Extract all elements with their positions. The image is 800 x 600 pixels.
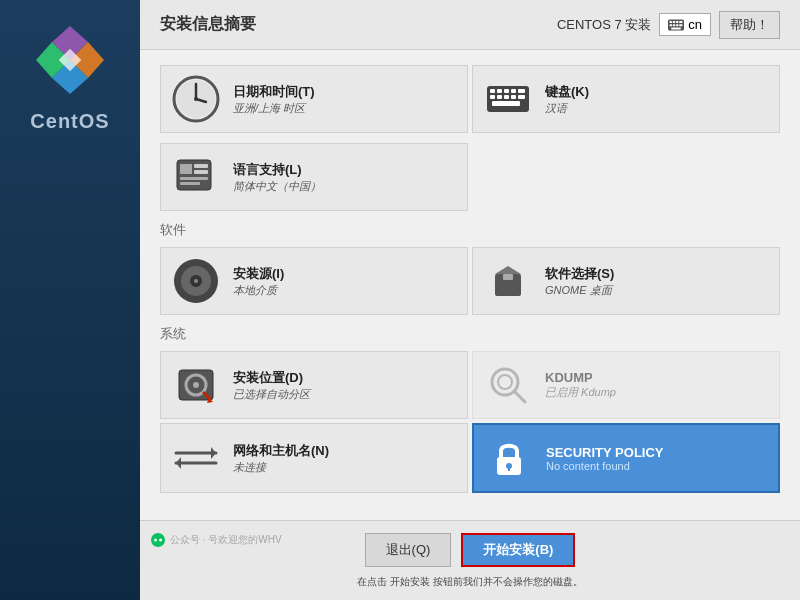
datetime-icon [171, 74, 221, 124]
security-policy-subtitle: No content found [546, 460, 664, 472]
install-dest-subtitle: 已选择自动分区 [233, 387, 310, 402]
wechat-icon [150, 532, 166, 548]
brand-label: CentOS [30, 110, 109, 133]
software-select-subtitle: GNOME 桌面 [545, 283, 614, 298]
language-placeholder [472, 143, 780, 211]
language-item[interactable]: 语言支持(L) 简体中文（中国） [160, 143, 468, 211]
settings-scroll-area[interactable]: 日期和时间(T) 亚洲/上海 时区 [140, 50, 800, 520]
svg-rect-28 [504, 95, 509, 99]
svg-rect-29 [511, 95, 516, 99]
language-subtitle: 简体中文（中国） [233, 179, 321, 194]
svg-rect-7 [673, 21, 675, 23]
svg-point-60 [151, 533, 165, 547]
network-title: 网络和主机名(N) [233, 442, 329, 460]
svg-rect-13 [679, 24, 682, 26]
svg-rect-24 [511, 89, 516, 93]
page-title: 安装信息摘要 [160, 14, 256, 35]
localization-grid: 日期和时间(T) 亚洲/上海 时区 [160, 65, 780, 133]
svg-rect-14 [671, 27, 681, 29]
software-select-icon [483, 256, 533, 306]
datetime-item[interactable]: 日期和时间(T) 亚洲/上海 时区 [160, 65, 468, 133]
network-text: 网络和主机名(N) 未连接 [233, 442, 329, 475]
language-title: 语言支持(L) [233, 161, 321, 179]
network-subtitle: 未连接 [233, 460, 329, 475]
svg-point-61 [154, 539, 157, 542]
datetime-text: 日期和时间(T) 亚洲/上海 时区 [233, 83, 315, 116]
svg-rect-30 [518, 95, 525, 99]
svg-rect-8 [676, 21, 678, 23]
svg-point-47 [193, 382, 199, 388]
install-source-title: 安装源(I) [233, 265, 284, 283]
install-dest-item[interactable]: 安装位置(D) 已选择自动分区 [160, 351, 468, 419]
watermark: 公众号 · 号欢迎您的WHV [150, 532, 282, 548]
top-right-controls: CENTOS 7 安装 cn 帮助！ [557, 11, 780, 39]
bottom-buttons: 退出(Q) 开始安装(B) [365, 533, 576, 567]
install-source-item[interactable]: 安装源(I) 本地介质 [160, 247, 468, 315]
software-select-item[interactable]: 软件选择(S) GNOME 桌面 [472, 247, 780, 315]
install-source-icon [171, 256, 221, 306]
svg-point-62 [159, 539, 162, 542]
centos-version-label: CENTOS 7 安装 [557, 16, 651, 34]
bottom-note: 在点击 开始安装 按钮前我们并不会操作您的磁盘。 [357, 575, 583, 589]
install-source-subtitle: 本地介质 [233, 283, 284, 298]
svg-rect-11 [673, 24, 675, 26]
svg-rect-10 [670, 24, 672, 26]
svg-rect-31 [492, 101, 520, 106]
svg-rect-6 [670, 21, 672, 23]
software-grid: 安装源(I) 本地介质 软件选择(S) GNOME 桌面 [160, 247, 780, 315]
keyboard-icon [668, 19, 684, 31]
svg-rect-34 [194, 164, 208, 168]
svg-marker-54 [211, 447, 216, 459]
sidebar: CentOS [0, 0, 140, 600]
keyboard-item[interactable]: 键盘(K) 汉语 [472, 65, 780, 133]
svg-rect-26 [490, 95, 495, 99]
system-section-label: 系统 [160, 325, 780, 343]
datetime-subtitle: 亚洲/上海 时区 [233, 101, 315, 116]
main-content: 安装信息摘要 CENTOS 7 安装 cn 帮助 [140, 0, 800, 600]
start-install-button[interactable]: 开始安装(B) [461, 533, 575, 567]
help-button[interactable]: 帮助！ [719, 11, 780, 39]
svg-rect-25 [518, 89, 525, 93]
language-item-icon [171, 152, 221, 202]
svg-rect-22 [497, 89, 502, 93]
language-grid: 语言支持(L) 简体中文（中国） [160, 143, 780, 211]
install-dest-title: 安装位置(D) [233, 369, 310, 387]
install-dest-icon [171, 360, 221, 410]
keyboard-text: 键盘(K) 汉语 [545, 83, 589, 116]
svg-line-52 [514, 391, 525, 402]
keyboard-subtitle: 汉语 [545, 101, 589, 116]
svg-rect-23 [504, 89, 509, 93]
svg-rect-37 [180, 182, 200, 185]
svg-point-41 [194, 279, 198, 283]
security-policy-text: SECURITY POLICY No content found [546, 445, 664, 472]
security-policy-icon [484, 433, 534, 483]
keyboard-title: 键盘(K) [545, 83, 589, 101]
centos-logo-icon [30, 20, 110, 100]
keyboard-item-icon [483, 74, 533, 124]
svg-rect-27 [497, 95, 502, 99]
software-select-title: 软件选择(S) [545, 265, 614, 283]
software-section-label: 软件 [160, 221, 780, 239]
language-selector[interactable]: cn [659, 13, 711, 36]
svg-point-51 [498, 375, 512, 389]
network-item[interactable]: 网络和主机名(N) 未连接 [160, 423, 468, 493]
security-policy-title: SECURITY POLICY [546, 445, 664, 460]
svg-rect-12 [676, 24, 678, 26]
svg-marker-56 [176, 457, 181, 469]
exit-button[interactable]: 退出(Q) [365, 533, 452, 567]
svg-rect-33 [180, 164, 192, 174]
svg-rect-21 [490, 89, 495, 93]
security-policy-item[interactable]: SECURITY POLICY No content found [472, 423, 780, 493]
svg-rect-9 [679, 21, 682, 23]
install-dest-text: 安装位置(D) 已选择自动分区 [233, 369, 310, 402]
language-text: 语言支持(L) 简体中文（中国） [233, 161, 321, 194]
network-icon [171, 433, 221, 483]
datetime-title: 日期和时间(T) [233, 83, 315, 101]
svg-rect-36 [180, 177, 208, 180]
kdump-item[interactable]: KDUMP 已启用 Kdump [472, 351, 780, 419]
kdump-text: KDUMP 已启用 Kdump [545, 370, 616, 400]
svg-point-19 [194, 97, 198, 101]
kdump-title: KDUMP [545, 370, 616, 385]
install-source-text: 安装源(I) 本地介质 [233, 265, 284, 298]
svg-rect-44 [503, 274, 513, 280]
